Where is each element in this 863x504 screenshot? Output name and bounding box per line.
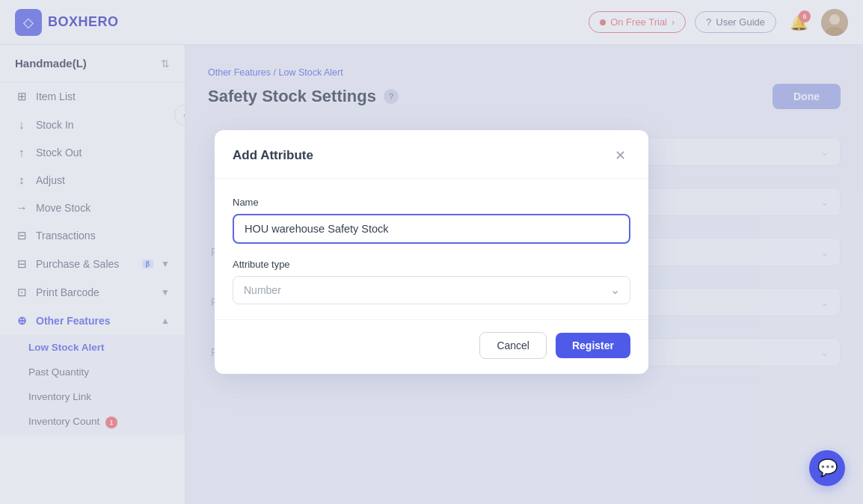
name-input[interactable]	[233, 214, 630, 244]
modal-footer: Cancel Register	[215, 319, 648, 374]
add-attribute-modal: Add Attribute ✕ Name Attribute type Numb…	[215, 130, 648, 374]
register-button[interactable]: Register	[556, 333, 630, 358]
modal-header: Add Attribute ✕	[215, 130, 648, 179]
chat-icon: 💬	[817, 458, 838, 478]
attribute-type-select[interactable]: Number	[233, 276, 630, 304]
modal-close-button[interactable]: ✕	[609, 145, 630, 166]
chat-button[interactable]: 💬	[809, 450, 845, 486]
attribute-type-field-label: Attribute type	[233, 259, 630, 270]
name-field-label: Name	[233, 197, 630, 208]
modal-title: Add Attribute	[233, 148, 313, 163]
modal-overlay: Add Attribute ✕ Name Attribute type Numb…	[0, 0, 863, 504]
modal-body: Name Attribute type Number	[215, 179, 648, 319]
attribute-type-select-wrap: Number	[233, 276, 630, 304]
cancel-button[interactable]: Cancel	[479, 332, 547, 359]
